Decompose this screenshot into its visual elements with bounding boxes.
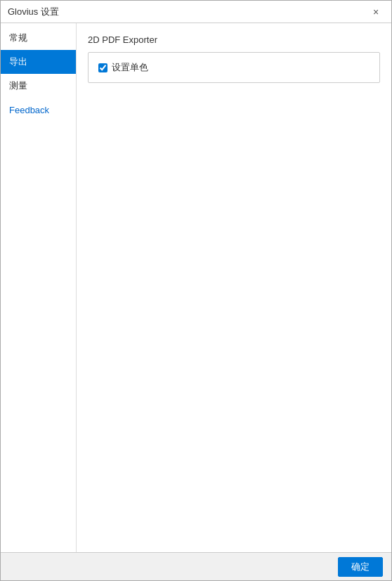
title-bar-left: Glovius 设置 (8, 6, 59, 18)
section-box: 设置单色 (88, 52, 380, 83)
sidebar-item-feedback[interactable]: Feedback (1, 99, 76, 121)
monochrome-checkbox[interactable] (98, 63, 107, 72)
sidebar: 常规 导出 测量 Feedback (1, 23, 77, 552)
title-bar: Glovius 设置 × (1, 1, 391, 23)
sidebar-item-measure-label: 测量 (9, 80, 27, 91)
sidebar-item-measure[interactable]: 测量 (1, 74, 76, 98)
content-area: 常规 导出 测量 Feedback 2D PDF Exporter 设置单色 (1, 23, 391, 552)
ok-button[interactable]: 确定 (338, 557, 383, 577)
monochrome-label[interactable]: 设置单色 (112, 61, 148, 74)
sidebar-item-export-label: 导出 (9, 56, 27, 67)
sidebar-item-general-label: 常规 (9, 32, 27, 43)
sidebar-item-general[interactable]: 常规 (1, 26, 76, 50)
section-title: 2D PDF Exporter (88, 34, 380, 45)
main-panel: 2D PDF Exporter 设置单色 (77, 23, 391, 552)
sidebar-item-export[interactable]: 导出 (1, 50, 76, 74)
close-button[interactable]: × (367, 4, 384, 20)
footer: 确定 (1, 552, 391, 580)
sidebar-item-feedback-label: Feedback (9, 105, 49, 115)
window-title: Glovius 设置 (8, 6, 59, 18)
settings-window: Glovius 设置 × 常规 导出 测量 Feedback 2D PDF Ex… (0, 0, 392, 581)
checkbox-row: 设置单色 (98, 61, 370, 74)
